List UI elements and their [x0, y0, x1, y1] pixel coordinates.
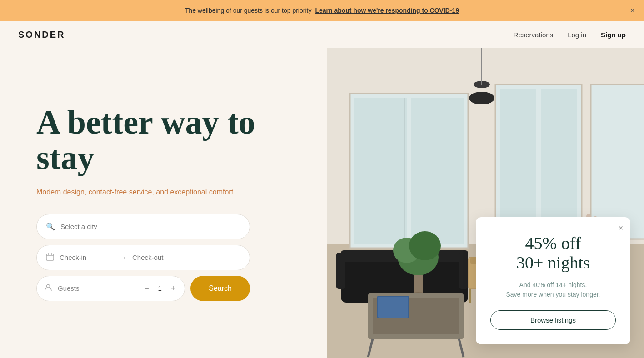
left-panel: A better way to stay Modern design, cont…: [0, 48, 327, 358]
guests-label: Guests: [58, 284, 137, 292]
promo-card: × 45% off 30+ nights And 40% off 14+ nig…: [476, 217, 630, 344]
banner-link[interactable]: Learn about how we're responding to COVI…: [315, 7, 459, 14]
checkin-input[interactable]: [60, 254, 114, 261]
date-input-row[interactable]: →: [36, 245, 250, 270]
browse-listings-button[interactable]: Browse listings: [490, 310, 616, 330]
svg-rect-14: [591, 85, 644, 239]
date-arrow-icon: →: [120, 254, 127, 262]
svg-rect-21: [459, 253, 468, 289]
guests-increment-button[interactable]: +: [169, 283, 178, 293]
search-button[interactable]: Search: [190, 276, 250, 301]
svg-rect-9: [411, 98, 464, 244]
promo-headline-line1: 45% off: [525, 234, 581, 253]
main-layout: A better way to stay Modern design, cont…: [0, 48, 644, 358]
checkout-input[interactable]: [132, 254, 240, 261]
promo-headline: 45% off 30+ nights: [490, 234, 616, 273]
svg-rect-20: [336, 253, 345, 289]
city-input-row[interactable]: 🔍: [36, 214, 250, 239]
svg-rect-8: [354, 98, 407, 244]
guests-decrement-button[interactable]: −: [142, 283, 151, 293]
logo[interactable]: SONDER: [18, 30, 65, 40]
search-form: 🔍 →: [36, 214, 250, 301]
guests-icon: [44, 283, 52, 293]
svg-point-24: [409, 231, 441, 260]
search-icon: 🔍: [46, 222, 55, 231]
navigation: SONDER Reservations Log in Sign up: [0, 21, 644, 48]
announcement-banner: The wellbeing of our guests is our top p…: [0, 0, 644, 21]
svg-rect-0: [46, 254, 54, 260]
banner-text: The wellbeing of our guests is our top p…: [185, 7, 312, 14]
bottom-row: Guests − 1 + Search: [36, 276, 250, 301]
guests-count: 1: [156, 284, 164, 292]
promo-close-button[interactable]: ×: [618, 224, 623, 233]
city-input[interactable]: [60, 223, 240, 230]
svg-point-16: [469, 92, 494, 104]
nav-reservations-link[interactable]: Reservations: [514, 31, 554, 39]
svg-rect-38: [378, 297, 408, 318]
hero-title: A better way to stay: [36, 105, 291, 175]
promo-body-line2: Save more when you stay longer.: [506, 291, 600, 298]
banner-close-button[interactable]: ×: [630, 6, 635, 15]
guests-row: Guests − 1 +: [36, 276, 185, 301]
promo-body-line1: And 40% off 14+ nights.: [519, 281, 587, 288]
promo-headline-line2: 30+ nights: [516, 253, 590, 272]
promo-body: And 40% off 14+ nights. Save more when y…: [490, 280, 616, 299]
nav-links: Reservations Log in Sign up: [514, 31, 626, 39]
calendar-icon: [46, 253, 54, 263]
nav-login-link[interactable]: Log in: [568, 31, 586, 39]
svg-rect-25: [414, 275, 423, 293]
nav-signup-link[interactable]: Sign up: [601, 31, 626, 39]
right-panel: × 45% off 30+ nights And 40% off 14+ nig…: [327, 48, 644, 358]
hero-subtitle: Modern design, contact-free service, and…: [36, 187, 291, 198]
